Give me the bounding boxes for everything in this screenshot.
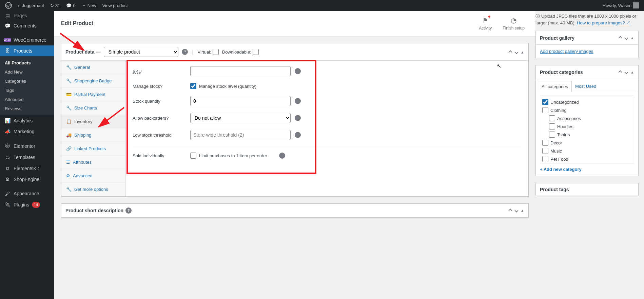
sold-ind-checkbox[interactable] xyxy=(190,153,196,159)
backorders-select[interactable]: Do not allow xyxy=(190,113,291,123)
tab-advanced[interactable]: ⚙Advanced xyxy=(61,169,125,183)
cat-item[interactable]: Tshirts xyxy=(549,131,632,139)
clipboard-icon: 📋 xyxy=(66,119,72,124)
sidebar-item-elementor[interactable]: ⓔElementor xyxy=(0,140,54,152)
cat-item[interactable]: Music xyxy=(542,147,632,155)
move-down-icon[interactable] xyxy=(624,35,628,41)
cat-tab-most[interactable]: Most Used xyxy=(572,81,600,92)
tab-partial-payment[interactable]: 💳Partial Payment xyxy=(61,88,125,101)
sidebar-item-comments[interactable]: 💬Comments xyxy=(0,20,54,31)
gallery-heading: Product gallery xyxy=(540,35,574,41)
help-backorders[interactable]: ? xyxy=(295,115,301,121)
help-low[interactable]: ? xyxy=(295,132,301,138)
cat-item[interactable]: Decor xyxy=(542,139,632,147)
tab-linked[interactable]: 🔗Linked Products xyxy=(61,142,125,156)
submenu-add-new[interactable]: Add New xyxy=(0,67,54,77)
short-description-box: Product short description? ▴ xyxy=(61,203,529,218)
short-desc-heading: Product short description? xyxy=(65,207,132,214)
help-product-type[interactable]: ? xyxy=(182,49,188,55)
updates-link[interactable]: ↻31 xyxy=(48,0,62,11)
finish-setup-button[interactable]: ◔ Finish setup xyxy=(503,16,525,31)
prepare-images-link[interactable]: How to prepare images? ↗ xyxy=(577,20,630,25)
collapse-icon[interactable]: ▴ xyxy=(630,35,634,41)
manage-stock-text: Manage stock level (quantity) xyxy=(199,84,256,89)
cat-item[interactable]: Clothing xyxy=(542,106,632,114)
collapse-icon[interactable]: ▴ xyxy=(521,49,524,55)
site-home-link[interactable]: ⌂Juggernaut xyxy=(16,0,46,11)
move-up-icon[interactable] xyxy=(618,35,622,41)
tab-general[interactable]: 🔧General xyxy=(61,61,125,74)
sidebar-item-woocommerce[interactable]: WOOWooCommerce xyxy=(0,35,54,45)
help-short-desc[interactable]: ? xyxy=(125,207,132,214)
tab-badge[interactable]: 🔧Shopengine Badge xyxy=(61,74,125,88)
new-link[interactable]: ＋New xyxy=(79,0,99,11)
help-sold[interactable]: ? xyxy=(279,153,285,159)
howdy-user[interactable]: Howdy, Wasim xyxy=(600,0,641,11)
sidebar-item-templates[interactable]: 🗂Templates xyxy=(0,152,54,163)
cat-item[interactable]: Uncategorized xyxy=(542,98,632,106)
link-icon: 🔗 xyxy=(66,146,72,151)
sidebar-item-analytics[interactable]: 📊Analytics xyxy=(0,115,54,126)
sidebar-item-shopengine[interactable]: ⚙ShopEngine xyxy=(0,174,54,185)
woo-icon: WOO xyxy=(4,38,11,42)
cat-item[interactable]: Pet Food xyxy=(542,155,632,163)
archive-icon: 🗄 xyxy=(4,48,11,54)
submenu-attributes[interactable]: Attributes xyxy=(0,95,54,104)
sku-input[interactable] xyxy=(190,66,291,76)
submenu-reviews[interactable]: Reviews xyxy=(0,104,54,113)
collapse-icon[interactable]: ▴ xyxy=(521,207,524,214)
tab-more[interactable]: 🔧Get more options xyxy=(61,183,125,196)
elementor-icon: ⓔ xyxy=(4,143,11,149)
add-new-category-link[interactable]: + Add new category xyxy=(540,167,582,172)
cat-item[interactable]: Accessories xyxy=(549,114,632,122)
downloadable-toggle[interactable]: Downloadable: xyxy=(222,49,259,55)
manage-stock-checkbox[interactable] xyxy=(190,83,196,89)
tab-attributes[interactable]: ☰Attributes xyxy=(61,156,125,169)
sold-ind-label: Sold individually xyxy=(133,153,190,158)
submenu-all-products[interactable]: All Products xyxy=(0,58,54,67)
comments-link[interactable]: 💬0 xyxy=(64,0,78,11)
progress-icon: ◔ xyxy=(511,16,516,24)
move-down-icon[interactable] xyxy=(624,69,628,75)
virtual-toggle[interactable]: Virtual: xyxy=(198,49,219,55)
low-stock-input[interactable] xyxy=(190,130,291,140)
sidebar-item-marketing[interactable]: 📣Marketing xyxy=(0,126,54,137)
sidebar-item-elementskit[interactable]: ⧉ElementsKit xyxy=(0,163,54,174)
help-qty[interactable]: ? xyxy=(295,98,301,104)
sidebar-item-pages[interactable]: ▤Pages xyxy=(0,11,54,20)
view-product-link[interactable]: View product xyxy=(100,0,130,11)
add-gallery-link[interactable]: Add product gallery images xyxy=(540,49,593,54)
submenu-categories[interactable]: Categories xyxy=(0,77,54,86)
move-up-icon[interactable] xyxy=(618,69,622,75)
product-type-select[interactable]: Simple product xyxy=(104,47,178,57)
move-down-icon[interactable] xyxy=(514,207,519,214)
sidebar-item-plugins[interactable]: 🔌Plugins14 xyxy=(0,199,54,211)
submenu-tags[interactable]: Tags xyxy=(0,86,54,95)
move-down-icon[interactable] xyxy=(514,49,519,55)
tab-size-charts[interactable]: 🔧Size Charts xyxy=(61,101,125,115)
info-icon: ⓘ xyxy=(535,14,540,19)
move-up-icon[interactable] xyxy=(508,49,512,55)
analytics-icon: 📊 xyxy=(4,118,11,123)
tab-inventory[interactable]: 📋Inventory xyxy=(61,115,125,128)
brush-icon: 🖌 xyxy=(4,191,11,196)
cat-tab-all[interactable]: All categories xyxy=(538,81,572,92)
sidebar-item-products[interactable]: 🗄Products xyxy=(0,45,54,56)
stock-qty-label: Stock quantity xyxy=(133,99,190,104)
manage-stock-label: Manage stock? xyxy=(133,84,190,89)
tab-shipping[interactable]: 🚚Shipping xyxy=(61,128,125,142)
sku-label: SKU xyxy=(133,69,190,74)
category-list[interactable]: Uncategorized Clothing Accessories Hoodi… xyxy=(540,96,634,163)
move-up-icon[interactable] xyxy=(508,207,512,214)
activity-button[interactable]: ⚑ Activity xyxy=(479,16,492,31)
sidebar-item-appearance[interactable]: 🖌Appearance xyxy=(0,188,54,199)
cat-item[interactable]: Hoodies xyxy=(549,122,632,131)
wp-logo[interactable] xyxy=(3,0,14,11)
collapse-icon[interactable]: ▴ xyxy=(630,69,634,75)
list-icon: ☰ xyxy=(66,160,70,165)
kit-icon: ⧉ xyxy=(4,165,11,171)
card-icon: 💳 xyxy=(66,92,72,97)
help-sku[interactable]: ? xyxy=(295,68,301,74)
stock-qty-input[interactable] xyxy=(190,96,291,106)
categories-box: Product categories ▴ All categories Most… xyxy=(535,65,639,176)
